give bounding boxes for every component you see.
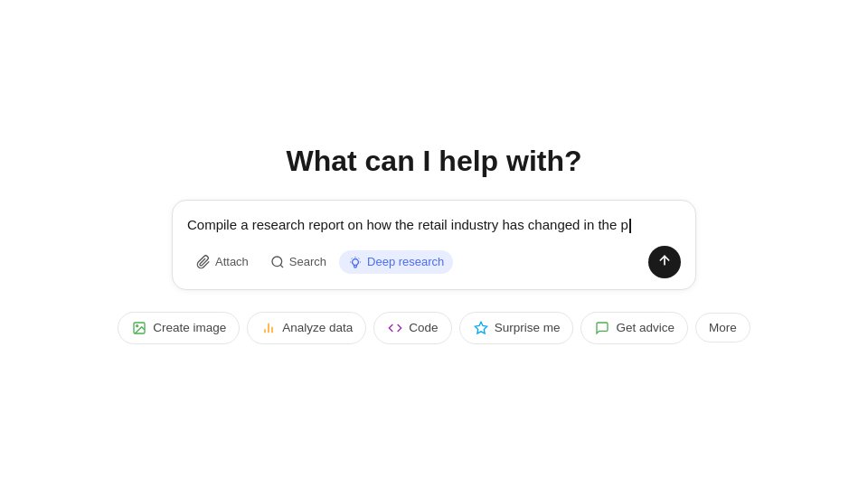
submit-icon <box>657 253 672 271</box>
get-advice-label: Get advice <box>616 321 675 334</box>
input-value: Compile a research report on how the ret… <box>187 215 628 236</box>
deep-research-button[interactable]: Deep research <box>339 250 453 274</box>
more-label: More <box>709 321 737 334</box>
get-advice-button[interactable]: Get advice <box>580 312 688 344</box>
surprise-icon <box>473 320 489 336</box>
svg-line-1 <box>280 265 283 267</box>
text-cursor <box>629 219 631 233</box>
get-advice-icon <box>594 320 610 336</box>
svg-point-4 <box>137 324 138 326</box>
create-image-label: Create image <box>153 321 226 334</box>
attach-label: Attach <box>215 255 249 268</box>
input-toolbar: Attach Search <box>187 246 681 278</box>
create-image-icon <box>131 320 147 336</box>
input-text-area[interactable]: Compile a research report on how the ret… <box>187 215 681 237</box>
analyze-data-icon <box>260 320 277 336</box>
input-box: Compile a research report on how the ret… <box>172 200 696 290</box>
toolbar-left: Attach Search <box>187 250 453 274</box>
more-button[interactable]: More <box>695 313 750 343</box>
surprise-me-button[interactable]: Surprise me <box>459 312 574 344</box>
search-label: Search <box>289 255 326 268</box>
surprise-me-label: Surprise me <box>495 321 561 334</box>
submit-button[interactable] <box>648 246 681 278</box>
page-heading: What can I help with? <box>286 145 581 178</box>
code-button[interactable]: Code <box>373 312 451 344</box>
attach-button[interactable]: Attach <box>187 250 258 274</box>
analyze-data-label: Analyze data <box>282 321 353 334</box>
svg-point-0 <box>272 257 282 267</box>
deep-research-label: Deep research <box>367 255 444 268</box>
quick-actions: Create image Analyze data Code <box>118 312 750 344</box>
create-image-button[interactable]: Create image <box>118 312 240 344</box>
attach-icon <box>196 255 211 269</box>
search-icon <box>270 255 285 269</box>
code-icon <box>387 320 403 336</box>
deep-research-icon <box>348 255 363 269</box>
main-container: What can I help with? Compile a research… <box>0 145 868 344</box>
svg-marker-8 <box>475 322 486 333</box>
search-button[interactable]: Search <box>261 250 335 274</box>
code-label: Code <box>409 321 438 334</box>
analyze-data-button[interactable]: Analyze data <box>247 312 366 344</box>
